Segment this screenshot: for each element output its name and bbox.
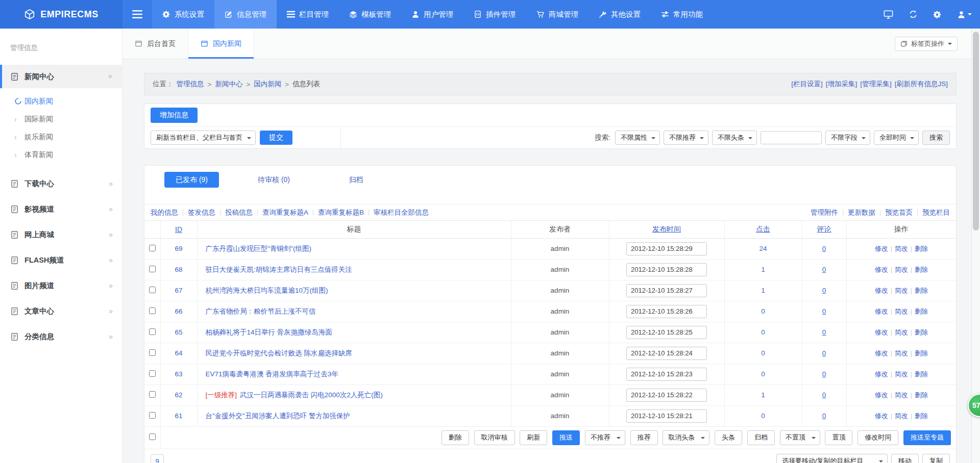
search-input[interactable] bbox=[761, 131, 822, 144]
filter-headline-select[interactable]: 不限头条 bbox=[712, 131, 757, 145]
edit-link[interactable]: 修改 bbox=[875, 349, 888, 357]
row-id-link[interactable]: 63 bbox=[175, 370, 182, 378]
row-checkbox[interactable] bbox=[149, 370, 156, 377]
row-checkbox[interactable] bbox=[149, 266, 156, 272]
contribute-info-link[interactable]: 投稿信息 bbox=[225, 208, 253, 217]
delete-link[interactable]: 删除 bbox=[915, 391, 928, 399]
delete-link[interactable]: 删除 bbox=[915, 370, 928, 378]
filter-recommend-select[interactable]: 不限推荐 bbox=[664, 131, 708, 145]
recommend-button[interactable]: 推荐 bbox=[630, 430, 658, 445]
my-info-link[interactable]: 我的信息 bbox=[151, 208, 178, 217]
tab-published[interactable]: 已发布 (9) bbox=[151, 172, 233, 188]
row-id-link[interactable]: 68 bbox=[175, 266, 182, 273]
duplicate-title-a-link[interactable]: 查询重复标题A bbox=[262, 208, 308, 217]
sidebar-item-online-mall[interactable]: 网上商城 » bbox=[0, 223, 122, 246]
row-title-link[interactable]: 广东省物价局：粮价节后上涨不可信 bbox=[206, 307, 316, 315]
edit-link[interactable]: 修改 bbox=[875, 391, 888, 399]
row-checkbox[interactable] bbox=[149, 245, 156, 251]
quick-edit-link[interactable]: 简改 bbox=[895, 328, 908, 336]
nav-item-column-management[interactable]: 栏目管理 bbox=[277, 0, 339, 29]
row-id-link[interactable]: 69 bbox=[175, 245, 182, 252]
column-settings-link[interactable]: [栏目设置] bbox=[791, 80, 823, 89]
change-time-button[interactable]: 修改时间 bbox=[857, 430, 898, 445]
tab-archived[interactable]: 归档 bbox=[315, 172, 397, 188]
sidebar-item-domestic-news[interactable]: 国内新闻 bbox=[0, 92, 122, 110]
monitor-icon[interactable] bbox=[884, 10, 893, 19]
quick-edit-link[interactable]: 简改 bbox=[895, 391, 908, 399]
quick-edit-link[interactable]: 简改 bbox=[895, 412, 908, 420]
tab-backend-home[interactable]: 后台首页 bbox=[122, 29, 188, 59]
column-header-time[interactable]: 发布时间 bbox=[652, 225, 681, 233]
publish-time-input[interactable] bbox=[626, 305, 707, 318]
row-clicks-link[interactable]: 1 bbox=[761, 391, 765, 399]
quick-edit-link[interactable]: 简改 bbox=[895, 370, 908, 378]
filter-time-select[interactable]: 全部时间 bbox=[874, 131, 919, 145]
delete-link[interactable]: 删除 bbox=[915, 412, 928, 420]
filter-field-select[interactable]: 不限字段 bbox=[825, 131, 870, 145]
column-header-clicks[interactable]: 点击 bbox=[756, 225, 770, 233]
edit-link[interactable]: 修改 bbox=[875, 287, 888, 294]
tab-operations-button[interactable]: 标签页操作 bbox=[895, 37, 958, 51]
menu-toggle-icon[interactable] bbox=[122, 0, 152, 29]
bulk-delete-button[interactable]: 删除 bbox=[442, 430, 469, 445]
filter-attribute-select[interactable]: 不限属性 bbox=[615, 131, 660, 145]
row-title-link[interactable]: 武汉一日两遇暴雨袭击 闪电2000次2人死亡(图) bbox=[240, 391, 383, 399]
refresh-scope-select[interactable]: 刷新当前栏目、父栏目与首页 bbox=[151, 131, 256, 145]
row-id-link[interactable]: 65 bbox=[175, 328, 182, 336]
no-recommend-select[interactable]: 不推荐 bbox=[585, 430, 625, 445]
row-comments-link[interactable]: 0 bbox=[822, 370, 826, 378]
row-clicks-link[interactable]: 1 bbox=[761, 287, 765, 294]
row-checkbox[interactable] bbox=[149, 391, 156, 398]
refresh-all-js-link[interactable]: [刷新所有信息JS] bbox=[895, 80, 948, 89]
push-button[interactable]: 推送 bbox=[552, 430, 580, 445]
row-title-link[interactable]: EV71病毒袭粤港澳 香港发病率高于过去3年 bbox=[206, 370, 338, 378]
account-menu[interactable] bbox=[957, 10, 972, 19]
row-title-link[interactable]: 杭州湾跨海大桥日均车流量逾10万(组图) bbox=[206, 287, 328, 294]
row-clicks-link[interactable]: 0 bbox=[761, 349, 765, 357]
edit-link[interactable]: 修改 bbox=[875, 245, 888, 252]
search-button[interactable]: 搜索 bbox=[922, 131, 950, 145]
preview-home-link[interactable]: 预览首页 bbox=[885, 208, 913, 217]
manage-attachments-link[interactable]: 管理附件 bbox=[811, 208, 838, 217]
push-to-topic-button[interactable]: 推送至专题 bbox=[903, 430, 951, 445]
quick-edit-link[interactable]: 简改 bbox=[895, 245, 908, 252]
row-clicks-link[interactable]: 0 bbox=[761, 412, 765, 420]
column-header-id[interactable]: ID bbox=[175, 225, 182, 234]
add-collection-link[interactable]: [增加采集] bbox=[826, 80, 857, 89]
manage-collection-link[interactable]: [管理采集] bbox=[860, 80, 892, 89]
quick-edit-link[interactable]: 简改 bbox=[895, 307, 908, 315]
sidebar-item-classified-info[interactable]: 分类信息 » bbox=[0, 325, 122, 348]
nav-item-common-functions[interactable]: 常用功能 bbox=[651, 0, 713, 29]
row-id-link[interactable]: 62 bbox=[175, 391, 182, 399]
sign-info-link[interactable]: 签发信息 bbox=[188, 208, 215, 217]
delete-link[interactable]: 删除 bbox=[915, 349, 928, 357]
row-title-link[interactable]: 台"金援外交"丑闻涉案人遭到恐吓 警方加强保护 bbox=[206, 412, 350, 420]
row-clicks-link[interactable]: 0 bbox=[761, 307, 765, 315]
sidebar-item-flash-channel[interactable]: FLASH频道 » bbox=[0, 248, 122, 272]
row-title-link[interactable]: 柏杨葬礼将于14日举行 骨灰抛撒绿岛海面 bbox=[206, 328, 332, 336]
edit-link[interactable]: 修改 bbox=[875, 370, 888, 378]
submit-button[interactable]: 提交 bbox=[260, 131, 292, 145]
top-button[interactable]: 置顶 bbox=[825, 430, 852, 445]
delete-link[interactable]: 删除 bbox=[915, 328, 928, 336]
publish-time-input[interactable] bbox=[626, 326, 707, 339]
nav-item-info-management[interactable]: 信息管理 bbox=[214, 0, 277, 29]
delete-link[interactable]: 删除 bbox=[915, 266, 928, 273]
quick-edit-link[interactable]: 简改 bbox=[895, 349, 908, 357]
row-id-link[interactable]: 64 bbox=[175, 349, 182, 357]
preview-column-link[interactable]: 预览栏目 bbox=[922, 208, 950, 217]
column-header-comments[interactable]: 评论 bbox=[817, 225, 831, 233]
edit-link[interactable]: 修改 bbox=[875, 412, 888, 420]
row-checkbox[interactable] bbox=[149, 307, 156, 314]
sidebar-item-article-center[interactable]: 文章中心 » bbox=[0, 299, 122, 323]
nav-item-template-management[interactable]: 模板管理 bbox=[339, 0, 401, 29]
row-checkbox[interactable] bbox=[149, 328, 156, 335]
settings-gear-icon[interactable] bbox=[933, 10, 942, 19]
row-title-link[interactable]: 驻日大使崔天凯:胡锦涛主席访日有三点值得关注 bbox=[206, 266, 352, 273]
delete-link[interactable]: 删除 bbox=[915, 245, 928, 252]
no-top-select[interactable]: 不置顶 bbox=[780, 430, 820, 445]
publish-time-input[interactable] bbox=[626, 284, 707, 297]
tab-pending-review[interactable]: 待审核 (0) bbox=[233, 172, 315, 188]
row-comments-link[interactable]: 0 bbox=[822, 245, 826, 252]
move-button[interactable]: 移动 bbox=[891, 454, 919, 463]
